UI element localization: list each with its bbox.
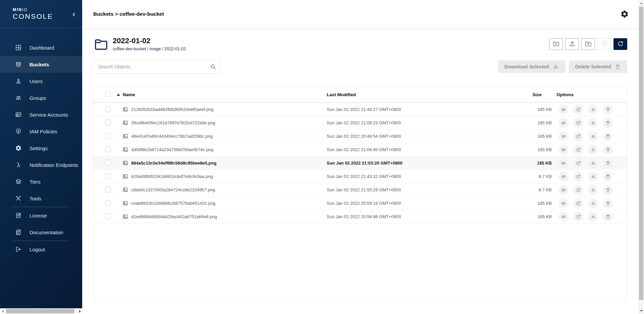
preview-eye-icon[interactable] xyxy=(558,185,569,195)
table-row[interactable]: 4d58f8b1b6714a23a73fd47bfae0b74c.png Sun… xyxy=(94,143,627,156)
breadcrumb-section[interactable]: Buckets xyxy=(93,11,113,17)
preview-eye-icon[interactable] xyxy=(558,172,569,182)
sidebar-item-notification-endpoints[interactable]: Notification Endpoints xyxy=(0,156,82,173)
row-checkbox[interactable] xyxy=(105,146,111,152)
preview-eye-icon[interactable] xyxy=(558,212,569,222)
table-row[interactable]: 212b052b1bad482fb8369533ebf0aeef.png Sun… xyxy=(94,103,627,116)
refresh-button[interactable] xyxy=(613,38,627,50)
breadcrumb[interactable]: Buckets > coffee-dev-bucket xyxy=(93,11,164,17)
delete-trash-icon[interactable] xyxy=(603,105,613,115)
settings-gear-icon[interactable] xyxy=(620,10,629,18)
table-header: Name Last Modified Size Options xyxy=(94,87,627,103)
search-input[interactable] xyxy=(98,64,210,69)
delete-selected-button[interactable]: Delete Selected xyxy=(569,60,627,73)
column-header-name[interactable]: Name xyxy=(123,92,135,97)
download-icon[interactable] xyxy=(588,145,598,155)
share-icon[interactable] xyxy=(573,105,583,115)
download-icon[interactable] xyxy=(588,212,598,222)
preview-eye-icon[interactable] xyxy=(558,118,569,128)
select-all-checkbox[interactable] xyxy=(105,91,111,97)
upload-file-button[interactable] xyxy=(565,38,579,50)
row-checkbox[interactable] xyxy=(105,106,111,112)
horizontal-scrollbar[interactable] xyxy=(0,308,82,314)
sidebar-item-documentation[interactable]: Documentation xyxy=(0,224,82,241)
table-row[interactable]: c8dd4c1d270f43a2b4724ccbb2204957.png Sun… xyxy=(94,183,627,197)
object-size: 185 KB xyxy=(520,161,554,166)
table-row[interactable]: 39cd6b405bc241d7897e782fcb722e8e.png Sun… xyxy=(94,116,627,130)
preview-eye-icon[interactable] xyxy=(558,198,569,208)
delete-trash-icon[interactable] xyxy=(603,212,613,222)
table-row[interactable]: b29a08fbf92342d882dcbdf7e9c9c9aa.png Sun… xyxy=(94,170,627,183)
table-row[interactable]: d1ed868d48b54dd29ac842ab751a64e8.png Sun… xyxy=(94,210,627,224)
scroll-up-arrow[interactable] xyxy=(640,2,643,4)
share-icon[interactable] xyxy=(573,185,583,195)
new-path-button[interactable] xyxy=(549,38,563,50)
share-icon[interactable] xyxy=(573,158,583,168)
sidebar-item-settings[interactable]: Settings xyxy=(0,140,82,156)
preview-eye-icon[interactable] xyxy=(558,105,569,115)
table-row[interactable]: ceab9832b11948bfb2887578dd451432.png Sun… xyxy=(94,197,627,210)
object-last-modified: Sun Jan 02 2022 21:44:27 GMT+0800 xyxy=(327,107,520,112)
share-icon[interactable] xyxy=(573,212,583,222)
row-checkbox[interactable] xyxy=(105,200,111,206)
object-size: 8.7 KB xyxy=(520,174,554,179)
sidebar-item-groups[interactable]: Groups xyxy=(0,89,82,106)
preview-eye-icon[interactable] xyxy=(558,158,569,168)
row-checkbox[interactable] xyxy=(105,187,111,192)
object-last-modified: Sun Jan 02 2022 21:50:29 GMT+0800 xyxy=(327,187,520,192)
column-header-size[interactable]: Size xyxy=(520,92,554,97)
download-icon[interactable] xyxy=(588,198,598,208)
sidebar-item-license[interactable]: License xyxy=(0,207,82,224)
vertical-scrollbar[interactable] xyxy=(638,0,644,314)
sort-ascending-icon[interactable] xyxy=(117,93,120,96)
download-icon[interactable] xyxy=(588,158,598,168)
sidebar-item-dashboard[interactable]: Dashboard xyxy=(0,39,82,56)
share-icon[interactable] xyxy=(573,198,583,208)
row-checkbox[interactable] xyxy=(105,120,111,125)
scroll-right-arrow[interactable] xyxy=(79,310,81,313)
download-icon[interactable] xyxy=(588,118,598,128)
share-icon[interactable] xyxy=(573,118,583,128)
delete-trash-icon[interactable] xyxy=(603,158,613,168)
delete-trash-icon[interactable] xyxy=(603,172,613,182)
delete-trash-icon[interactable] xyxy=(603,131,613,141)
row-checkbox[interactable] xyxy=(105,213,111,219)
share-icon[interactable] xyxy=(573,131,583,141)
row-checkbox[interactable] xyxy=(105,160,111,166)
collapse-sidebar-icon[interactable] xyxy=(70,11,77,18)
sidebar-item-iam-policies[interactable]: IAM Policies xyxy=(0,123,82,140)
download-icon[interactable] xyxy=(588,105,598,115)
delete-trash-icon[interactable] xyxy=(603,118,613,128)
delete-trash-icon[interactable] xyxy=(603,185,613,195)
share-icon[interactable] xyxy=(573,172,583,182)
preview-eye-icon[interactable] xyxy=(558,131,569,141)
sidebar-item-buckets[interactable]: Buckets xyxy=(0,56,82,73)
scroll-left-arrow[interactable] xyxy=(2,310,4,313)
preview-eye-icon[interactable] xyxy=(558,145,569,155)
sidebar-item-logout[interactable]: Logout xyxy=(0,241,82,258)
row-checkbox[interactable] xyxy=(105,133,111,139)
image-file-icon xyxy=(122,174,128,179)
sidebar-item-tiers[interactable]: Tiers xyxy=(0,173,82,190)
download-selected-button[interactable]: Download Selected xyxy=(498,60,566,73)
horizontal-scrollbar-thumb[interactable] xyxy=(6,309,74,313)
upload-folder-button[interactable] xyxy=(581,38,595,50)
sidebar-item-users[interactable]: Users xyxy=(0,73,82,89)
table-row[interactable]: 48e41ef7e69c443494cc78b7aaf25fdc.png Sun… xyxy=(94,130,627,143)
download-icon[interactable] xyxy=(588,131,598,141)
table-row[interactable]: 884a5c13c5e34eff89c56d8c95bee8e5.png Sun… xyxy=(94,156,627,170)
sidebar: MINIO CONSOLE Dashboard Buckets Users Gr… xyxy=(0,0,82,308)
sidebar-item-label: Tools xyxy=(30,196,41,201)
download-icon[interactable] xyxy=(588,185,598,195)
row-checkbox[interactable] xyxy=(105,173,111,179)
column-header-last-modified[interactable]: Last Modified xyxy=(327,92,520,97)
delete-trash-icon[interactable] xyxy=(603,145,613,155)
scroll-down-arrow[interactable] xyxy=(640,310,643,312)
delete-trash-icon[interactable] xyxy=(603,198,613,208)
vertical-scrollbar-thumb[interactable] xyxy=(639,7,643,300)
sidebar-item-tools[interactable]: Tools xyxy=(0,190,82,207)
sidebar-item-service-accounts[interactable]: Service Accounts xyxy=(0,106,82,123)
rewind-button[interactable] xyxy=(597,38,611,50)
share-icon[interactable] xyxy=(573,145,583,155)
download-icon[interactable] xyxy=(588,172,598,182)
